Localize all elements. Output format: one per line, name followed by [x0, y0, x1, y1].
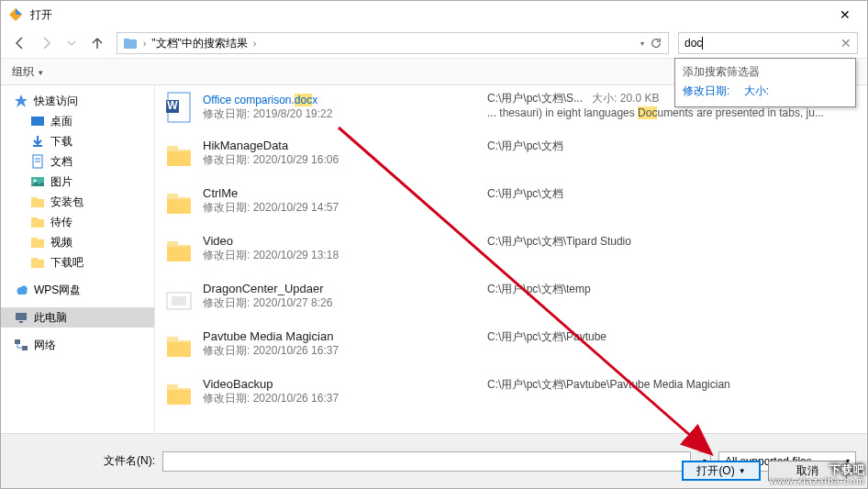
location-icon	[123, 36, 138, 50]
window-title: 打开	[30, 7, 830, 23]
docx-icon: W	[164, 91, 194, 128]
folder-icon	[164, 186, 194, 223]
suggest-filter-date[interactable]: 修改日期:	[683, 84, 729, 97]
breadcrumb-text: "文档"中的搜索结果	[151, 36, 248, 51]
folder-icon	[164, 234, 194, 271]
svg-rect-36	[167, 194, 178, 199]
back-button[interactable]	[10, 33, 30, 53]
folder-icon	[164, 377, 194, 414]
breadcrumb-sep2: ›	[253, 39, 256, 49]
svg-rect-26	[19, 321, 23, 323]
address-dropdown[interactable]: ▾	[640, 39, 644, 48]
file-item[interactable]: CtrlMe修改日期: 2020/10/29 14:57 C:\用户\pc\文档	[155, 181, 867, 228]
forward-button[interactable]	[36, 33, 56, 53]
search-box[interactable]: doc ✕	[678, 32, 858, 54]
svg-rect-34	[167, 151, 191, 166]
svg-rect-18	[31, 197, 38, 201]
sidebar-documents[interactable]: 文档	[1, 151, 154, 172]
svg-rect-24	[31, 258, 38, 261]
suggest-title: 添加搜索筛选器	[683, 62, 848, 82]
sidebar-pkg[interactable]: 安装包	[1, 192, 154, 212]
svg-rect-45	[167, 342, 191, 357]
search-suggestion-popup: 添加搜索筛选器 修改日期: 大小:	[674, 58, 856, 107]
address-bar[interactable]: › "文档"中的搜索结果 › ▾	[117, 32, 669, 54]
file-item[interactable]: Video修改日期: 2020/10/29 13:18 C:\用户\pc\文档\…	[155, 228, 867, 276]
sidebar-quick-access[interactable]: 快速访问	[1, 91, 154, 111]
sidebar-video[interactable]: 视频	[1, 232, 154, 252]
folder-icon	[164, 329, 194, 366]
sidebar-downloads[interactable]: 下载	[1, 131, 154, 151]
svg-rect-48	[167, 390, 191, 405]
titlebar: 打开 ✕	[1, 1, 867, 28]
watermark: 下载吧 www.xiazaiba.com	[770, 457, 865, 486]
close-button[interactable]: ✕	[830, 4, 860, 26]
sidebar-dlbar[interactable]: 下载吧	[1, 252, 154, 272]
folder-icon	[164, 282, 194, 318]
sidebar-wps[interactable]: WPS网盘	[1, 280, 154, 300]
file-list: W Office comparison.docx 修改日期: 2019/8/20…	[155, 85, 867, 433]
file-item[interactable]: VideoBackup修改日期: 2020/10/26 16:37 C:\用户\…	[155, 372, 867, 419]
svg-rect-11	[31, 117, 44, 126]
sidebar-desktop[interactable]: 桌面	[1, 111, 154, 131]
up-button[interactable]	[87, 33, 107, 53]
navbar: › "文档"中的搜索结果 › ▾ doc ✕	[1, 28, 867, 58]
filename-label: 文件名(N):	[104, 453, 155, 469]
svg-rect-47	[167, 384, 178, 390]
svg-rect-25	[16, 313, 27, 320]
svg-rect-44	[167, 337, 178, 342]
breadcrumb-sep: ›	[143, 39, 146, 49]
suggest-filter-size[interactable]: 大小:	[744, 84, 769, 97]
svg-rect-3	[124, 39, 129, 41]
svg-rect-42	[172, 296, 186, 306]
svg-rect-22	[31, 238, 38, 241]
search-value: doc	[684, 37, 702, 50]
footer: 文件名(N): ▾ All supported files▾ 打开(O) ▼ 取…	[1, 433, 867, 488]
open-button[interactable]: 打开(O) ▼	[682, 461, 761, 481]
filename-input[interactable]	[162, 451, 691, 472]
svg-rect-20	[31, 217, 38, 221]
sidebar-this-pc[interactable]: 此电脑	[1, 307, 154, 328]
app-icon	[8, 7, 23, 22]
svg-marker-10	[15, 94, 28, 107]
organize-menu[interactable]: 组织 ▼	[12, 64, 44, 80]
folder-icon	[164, 139, 194, 175]
svg-rect-28	[22, 346, 28, 350]
file-item[interactable]: Pavtube Media Magician修改日期: 2020/10/26 1…	[155, 324, 867, 372]
file-item[interactable]: DragonCenter_Updaer修改日期: 2020/10/27 8:26…	[155, 276, 867, 324]
sidebar-pictures[interactable]: 图片	[1, 172, 154, 192]
svg-rect-27	[15, 339, 20, 344]
refresh-button[interactable]	[650, 37, 662, 50]
svg-rect-40	[167, 247, 191, 261]
recent-dropdown[interactable]	[61, 33, 82, 53]
file-item[interactable]: HikManageData修改日期: 2020/10/29 16:06 C:\用…	[155, 133, 867, 181]
svg-rect-33	[167, 146, 178, 151]
clear-search-icon[interactable]: ✕	[840, 36, 851, 50]
svg-text:W: W	[167, 99, 178, 112]
sidebar: 快速访问 桌面 下载 文档 图片 安装包 待传 视频 下载吧 WPS网盘 此电脑…	[1, 85, 155, 433]
sidebar-pending[interactable]: 待传	[1, 212, 154, 232]
sidebar-network[interactable]: 网络	[1, 335, 154, 355]
svg-rect-39	[167, 241, 178, 247]
svg-marker-1	[16, 8, 22, 15]
svg-rect-37	[167, 199, 191, 214]
